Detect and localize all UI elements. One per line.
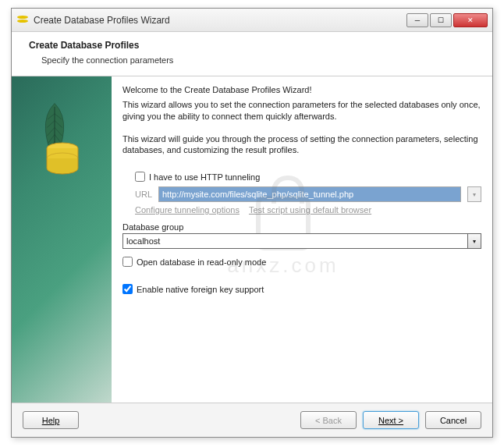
url-dropdown-button: ▾ [467, 186, 481, 202]
intro-line-3: This wizard will guide you through the p… [122, 133, 481, 157]
page-subtitle: Specify the connection parameters [41, 55, 478, 65]
http-tunnel-row: I have to use HTTP tunneling [135, 172, 481, 182]
tunnel-links-row: Configure tunneling options Test script … [135, 205, 481, 215]
window-title: Create Database Profiles Wizard [34, 15, 406, 26]
back-button: < Back [300, 411, 357, 429]
foreign-key-label[interactable]: Enable native foreign key support [137, 285, 264, 294]
intro-line-1: Welcome to the Create Database Profiles … [122, 84, 481, 96]
configure-tunnel-link: Configure tunneling options [135, 205, 240, 215]
wizard-sidebar [12, 76, 112, 403]
foreign-key-row: Enable native foreign key support [122, 284, 481, 294]
wizard-header: Create Database Profiles Specify the con… [12, 32, 492, 76]
test-script-link: Test script using default browser [249, 205, 371, 215]
chevron-down-icon[interactable]: ▾ [467, 234, 481, 248]
close-button[interactable]: ✕ [453, 13, 488, 27]
wizard-window: Create Database Profiles Wizard ─ ☐ ✕ Cr… [11, 8, 493, 438]
content-area: anxz.com Welcome to the Create Database … [12, 76, 492, 403]
foreign-key-checkbox[interactable] [122, 284, 133, 294]
next-button[interactable]: Next > [363, 411, 419, 429]
cancel-button[interactable]: Cancel [425, 411, 481, 429]
database-group-select[interactable]: localhost ▾ [122, 233, 481, 249]
url-label: URL [135, 190, 152, 199]
sidebar-illustration [35, 100, 74, 165]
page-title: Create Database Profiles [29, 40, 478, 51]
readonly-row: Open database in read-only mode [122, 257, 481, 267]
url-input [158, 186, 461, 202]
maximize-button[interactable]: ☐ [430, 13, 452, 27]
http-tunnel-label[interactable]: I have to use HTTP tunneling [149, 172, 260, 182]
database-icon [43, 139, 82, 178]
intro-line-2: This wizard allows you to set the connec… [122, 99, 481, 122]
app-icon [16, 14, 29, 27]
window-controls: ─ ☐ ✕ [406, 13, 488, 27]
main-panel: anxz.com Welcome to the Create Database … [112, 76, 492, 403]
readonly-label[interactable]: Open database in read-only mode [137, 257, 266, 267]
database-group-label: Database group [122, 222, 481, 232]
http-tunnel-checkbox[interactable] [135, 172, 145, 182]
database-group-value: localhost [126, 236, 160, 246]
titlebar: Create Database Profiles Wizard ─ ☐ ✕ [12, 9, 492, 32]
wizard-footer: Help < Back Next > Cancel [12, 403, 492, 437]
readonly-checkbox[interactable] [122, 257, 133, 267]
url-row: URL ▾ [135, 186, 481, 202]
help-button[interactable]: Help [23, 411, 79, 429]
minimize-button[interactable]: ─ [406, 13, 428, 27]
